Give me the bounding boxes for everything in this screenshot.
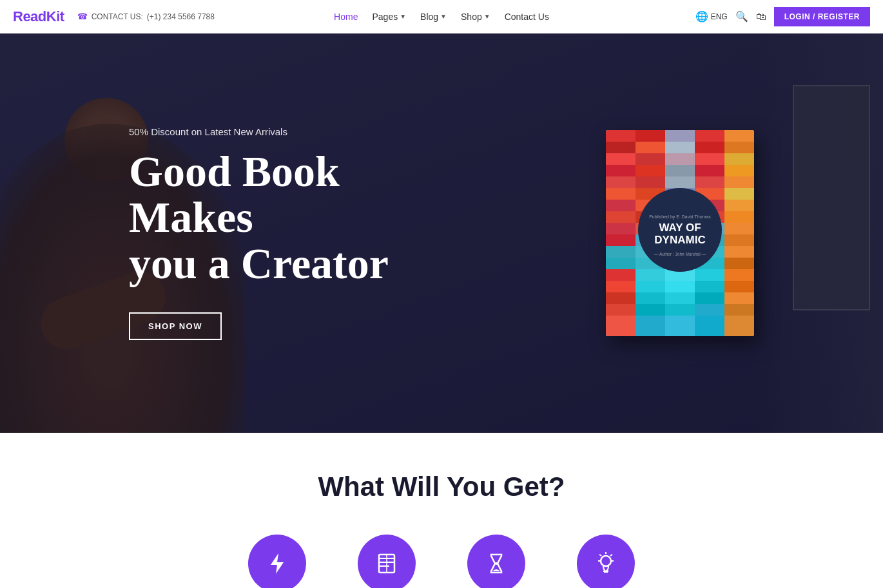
bulb-icon — [593, 551, 619, 576]
svg-marker-30 — [665, 176, 695, 188]
hero-title-line2: you a Creator — [129, 239, 389, 288]
nav-link-contact[interactable]: Contact Us — [500, 8, 554, 26]
svg-marker-68 — [606, 269, 636, 281]
icons-row — [13, 535, 870, 588]
language-selector[interactable]: 🌐 ENG — [695, 10, 728, 23]
svg-marker-22 — [724, 153, 754, 165]
svg-marker-75 — [665, 281, 695, 292]
pages-dropdown-arrow: ▼ — [400, 13, 406, 20]
nav-link-pages[interactable]: Pages ▼ — [367, 8, 411, 26]
icon-book — [358, 535, 416, 588]
svg-marker-18 — [606, 153, 636, 165]
svg-marker-28 — [606, 176, 636, 188]
book-icon — [374, 551, 400, 576]
book-maze-svg: Published by E. David Thomas WAY OF DYNA… — [606, 130, 754, 336]
svg-marker-20 — [665, 153, 695, 165]
icon-lightning — [248, 535, 306, 588]
wall-door — [793, 85, 870, 310]
svg-marker-72 — [724, 269, 754, 281]
svg-marker-84 — [636, 304, 665, 316]
svg-marker-53 — [606, 234, 636, 246]
svg-marker-38 — [606, 200, 636, 211]
nav-item-blog[interactable]: Blog ▼ — [415, 8, 452, 26]
globe-icon: 🌐 — [695, 10, 708, 23]
svg-line-109 — [610, 555, 612, 556]
svg-marker-12 — [724, 130, 754, 142]
svg-marker-63 — [606, 258, 636, 269]
navbar: ReadKit ☎ CONTACT US: (+1) 234 5566 7788… — [0, 0, 883, 33]
what-title: What Will You Get? — [13, 471, 870, 502]
nav-menu: Home Pages ▼ Blog ▼ Shop ▼ Contact Us — [329, 8, 554, 26]
svg-marker-17 — [724, 142, 754, 153]
svg-marker-52 — [724, 223, 754, 234]
svg-marker-62 — [724, 246, 754, 258]
svg-marker-25 — [665, 165, 695, 176]
icon-bulb — [577, 535, 635, 588]
svg-marker-78 — [606, 292, 636, 304]
svg-marker-14 — [636, 142, 665, 153]
nav-item-pages[interactable]: Pages ▼ — [367, 8, 411, 26]
book-cover-wrapper: Published by E. David Thomas WAY OF DYNA… — [606, 130, 754, 336]
contact-label: CONTACT US: — [92, 12, 143, 21]
svg-marker-11 — [695, 130, 724, 142]
svg-marker-73 — [606, 281, 636, 292]
nav-item-home[interactable]: Home — [329, 8, 363, 26]
svg-marker-15 — [665, 142, 695, 153]
svg-marker-98 — [271, 553, 284, 574]
svg-marker-43 — [606, 211, 636, 223]
svg-marker-48 — [606, 223, 636, 234]
svg-text:— Author : John Marshal —: — Author : John Marshal — — [654, 252, 706, 256]
svg-marker-27 — [724, 165, 754, 176]
svg-text:DYNAMIC: DYNAMIC — [654, 234, 705, 246]
svg-marker-87 — [724, 304, 754, 316]
svg-marker-42 — [724, 200, 754, 211]
svg-marker-10 — [665, 130, 695, 142]
hero-content: 50% Discount on Latest New Arrivals Good… — [0, 126, 451, 340]
shop-now-button[interactable]: SHOP NOW — [129, 312, 222, 340]
svg-marker-32 — [724, 176, 754, 188]
svg-marker-57 — [724, 234, 754, 246]
contact-phone: (+1) 234 5566 7788 — [147, 12, 215, 21]
cart-icon[interactable]: 🛍 — [756, 11, 766, 23]
blog-dropdown-arrow: ▼ — [440, 13, 447, 20]
svg-marker-21 — [695, 153, 724, 165]
lightning-icon — [264, 551, 290, 576]
nav-link-home[interactable]: Home — [329, 8, 363, 26]
svg-marker-77 — [724, 281, 754, 292]
svg-marker-37 — [724, 188, 754, 200]
svg-marker-91 — [695, 316, 724, 336]
hero-title: Good Book Makes you a Creator — [129, 149, 425, 287]
svg-marker-80 — [665, 292, 695, 304]
nav-link-shop[interactable]: Shop ▼ — [456, 8, 496, 26]
svg-marker-8 — [606, 130, 636, 142]
hero-title-line1: Good Book Makes — [129, 147, 340, 242]
svg-marker-71 — [695, 269, 724, 281]
svg-marker-16 — [695, 142, 724, 153]
hero-section: 50% Discount on Latest New Arrivals Good… — [0, 33, 883, 433]
svg-marker-69 — [636, 269, 665, 281]
svg-marker-67 — [724, 258, 754, 269]
login-register-button[interactable]: LOGIN / REGISTER — [774, 7, 870, 26]
navbar-left: ReadKit ☎ CONTACT US: (+1) 234 5566 7788 — [13, 8, 215, 25]
shop-dropdown-arrow: ▼ — [484, 13, 490, 20]
svg-marker-81 — [695, 292, 724, 304]
nav-item-contact[interactable]: Contact Us — [500, 8, 554, 26]
svg-marker-13 — [606, 142, 636, 153]
svg-marker-9 — [636, 130, 665, 142]
svg-marker-29 — [636, 176, 665, 188]
hourglass-icon — [483, 551, 509, 576]
nav-link-blog[interactable]: Blog ▼ — [415, 8, 452, 26]
search-icon[interactable]: 🔍 — [735, 10, 748, 23]
svg-marker-89 — [636, 316, 665, 336]
lang-label: ENG — [711, 12, 728, 21]
brand-logo[interactable]: ReadKit — [13, 8, 64, 25]
nav-item-shop[interactable]: Shop ▼ — [456, 8, 496, 26]
svg-marker-33 — [606, 188, 636, 200]
svg-marker-58 — [606, 246, 636, 258]
svg-marker-90 — [665, 316, 695, 336]
book-cover: Published by E. David Thomas WAY OF DYNA… — [606, 130, 754, 336]
svg-marker-86 — [695, 304, 724, 316]
svg-marker-85 — [665, 304, 695, 316]
svg-marker-82 — [724, 292, 754, 304]
svg-marker-19 — [636, 153, 665, 165]
